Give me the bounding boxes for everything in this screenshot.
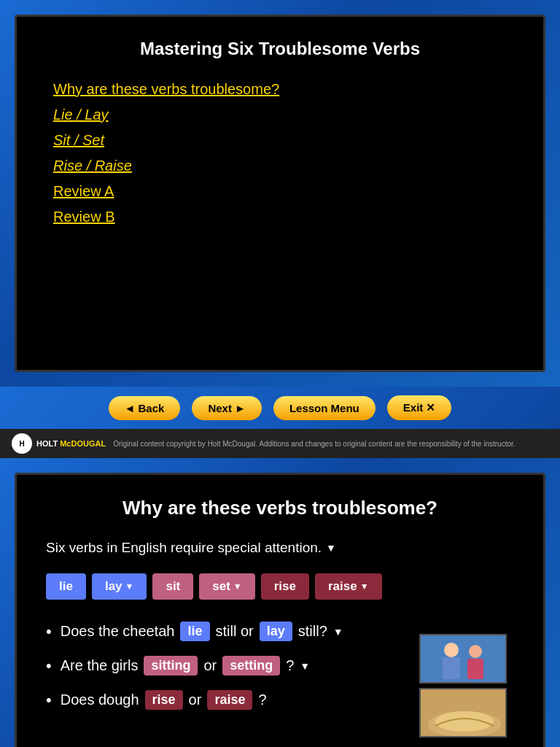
exit-button[interactable]: Exit ✕ (387, 395, 452, 420)
list-item: Rise / Raise (53, 158, 514, 174)
back-button[interactable]: ◄ Back (109, 396, 181, 420)
brand-name: HOLT McDOUGAL (36, 439, 106, 448)
bread-svg (421, 689, 507, 738)
slide1-wrapper: Mastering Six Troublesome Verbs Why are … (0, 0, 560, 387)
review-a-link[interactable]: Review A (53, 183, 114, 199)
svg-rect-0 (421, 635, 507, 684)
people-svg (421, 635, 507, 684)
verb-set-button[interactable]: set ▼ (199, 573, 254, 600)
word-setting[interactable]: setting (222, 656, 280, 676)
list-item: Lie / Lay (53, 107, 514, 123)
footer-copyright: Original content copyright by Holt McDou… (113, 440, 548, 448)
svg-rect-2 (443, 657, 460, 679)
slide2-title: Why are these verbs troublesome? (46, 497, 514, 519)
lie-lay-link[interactable]: Lie / Lay (53, 107, 109, 123)
word-sitting[interactable]: sitting (144, 656, 198, 676)
bullet1-dropdown-arrow[interactable]: ▼ (333, 626, 343, 638)
word-rise[interactable]: rise (145, 690, 183, 710)
bread-image (419, 688, 507, 738)
list-item: Review B (53, 209, 514, 225)
slide1-content: Mastering Six Troublesome Verbs Why are … (15, 15, 545, 372)
nav-bar: ◄ Back Next ► Lesson Menu Exit ✕ (0, 387, 560, 429)
bullet-dot-3: • (46, 691, 52, 710)
lesson-menu-button[interactable]: Lesson Menu (273, 396, 376, 420)
word-lay[interactable]: lay (260, 622, 292, 641)
footer-logo: H HOLT McDOUGAL (12, 433, 106, 454)
slide2-content: Why are these verbs troublesome? Six ver… (15, 473, 545, 747)
svg-rect-4 (467, 659, 483, 679)
verb-sit-button[interactable]: sit (152, 573, 193, 600)
verbs-row: lie lay ▼ sit set ▼ rise raise ▼ (46, 573, 514, 600)
word-lie[interactable]: lie (180, 622, 209, 641)
bullet2-dropdown-arrow[interactable]: ▼ (300, 660, 310, 672)
sit-set-link[interactable]: Sit / Set (53, 132, 104, 148)
raise-dropdown-arrow: ▼ (360, 581, 369, 592)
corner-images (419, 634, 507, 738)
why-troublesome-link[interactable]: Why are these verbs troublesome? (53, 81, 279, 97)
bullet-section: • Does the cheetah lie still or lay stil… (46, 622, 514, 710)
bullet-2-container: • Are the girls sitting or setting ? ▼ (46, 656, 514, 676)
list-item: Sit / Set (53, 132, 514, 149)
people-image (419, 634, 507, 684)
slide2-wrapper: Why are these verbs troublesome? Six ver… (0, 458, 560, 747)
rise-raise-link[interactable]: Rise / Raise (53, 158, 132, 174)
slide1-title: Mastering Six Troublesome Verbs (46, 39, 514, 59)
svg-point-3 (469, 645, 482, 658)
intro-dropdown-arrow[interactable]: ▼ (326, 542, 336, 554)
bullet-dot-2: • (46, 657, 52, 676)
review-b-link[interactable]: Review B (53, 209, 114, 225)
verb-rise-button[interactable]: rise (261, 573, 309, 600)
verb-raise-button[interactable]: raise ▼ (315, 573, 382, 600)
list-item: Why are these verbs troublesome? (53, 81, 514, 98)
set-dropdown-arrow: ▼ (233, 581, 242, 592)
slide1-link-list: Why are these verbs troublesome? Lie / L… (46, 81, 514, 225)
lay-dropdown-arrow: ▼ (125, 581, 134, 592)
footer-bar: H HOLT McDOUGAL Original content copyrig… (0, 429, 560, 458)
list-item: Review A (53, 183, 514, 200)
next-button[interactable]: Next ► (192, 396, 262, 420)
slide2-intro: Six verbs in English require special att… (46, 540, 514, 556)
holt-logo-icon: H (12, 433, 32, 454)
bullet-dot-1: • (46, 622, 52, 641)
svg-point-1 (444, 643, 459, 657)
verb-lie-button[interactable]: lie (46, 573, 86, 600)
word-raise[interactable]: raise (207, 690, 252, 710)
verb-lay-button[interactable]: lay ▼ (92, 573, 147, 600)
